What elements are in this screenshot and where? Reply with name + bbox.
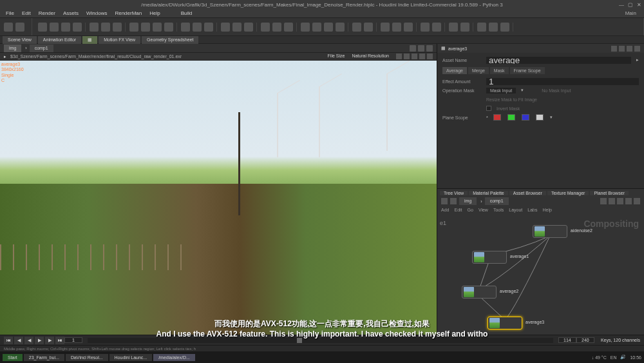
net-tool-icon[interactable] <box>600 198 607 204</box>
net-tool-icon[interactable] <box>609 198 615 204</box>
chevron-down-icon[interactable]: ▾ <box>521 88 524 93</box>
shelf-tool-icon[interactable] <box>284 23 293 32</box>
menu-help[interactable]: Help <box>146 10 163 16</box>
maximize-icon[interactable]: ▢ <box>628 2 633 8</box>
shelf-tool-icon[interactable] <box>404 23 413 32</box>
scope-all[interactable]: * <box>486 115 488 120</box>
menu-build[interactable]: Build <box>178 10 196 16</box>
shelf-tool-icon[interactable] <box>500 23 509 32</box>
menu-renderman[interactable]: RenderMan <box>111 10 145 16</box>
shelf-tool-icon[interactable] <box>421 23 430 32</box>
shelf-tool-icon[interactable] <box>90 23 99 32</box>
vp-tool-icon[interactable] <box>419 54 425 59</box>
asset-name-input[interactable] <box>486 57 631 64</box>
vp-tool-icon[interactable] <box>418 45 424 52</box>
node-average2[interactable]: average2 <box>462 286 497 299</box>
shelf-tool-icon[interactable] <box>193 23 202 32</box>
gear-icon[interactable] <box>611 46 617 52</box>
shelf-tool-icon[interactable] <box>352 23 361 32</box>
net-tab-texture[interactable]: Texture Manager <box>547 191 589 195</box>
param-tab-merge[interactable]: Merge <box>468 67 489 74</box>
node-aidenoise2[interactable]: aidenoise2 <box>533 225 567 238</box>
flag-icon[interactable] <box>627 46 632 52</box>
shelf-tool-icon[interactable] <box>477 23 486 32</box>
shelf-tool-icon[interactable] <box>4 23 13 32</box>
taskbar-app-active[interactable]: /media/alex/D... <box>153 354 195 361</box>
net-tool-icon[interactable] <box>625 198 632 204</box>
shelf-tool-icon[interactable] <box>301 23 310 32</box>
shelf-tool-icon[interactable] <box>38 23 47 32</box>
tab-anim-editor[interactable]: Animation Editor <box>38 36 81 44</box>
tray-icon[interactable]: EN <box>611 355 617 360</box>
shelf-tool-icon[interactable] <box>164 23 173 32</box>
vp-tool-icon[interactable] <box>410 45 416 52</box>
node-average3[interactable]: average3 <box>488 317 522 329</box>
shelf-tool-icon[interactable] <box>232 23 242 32</box>
play-button[interactable]: ▶ <box>35 337 44 344</box>
net-tab-material[interactable]: Material Palette <box>469 191 508 195</box>
net-tab-asset[interactable]: Asset Browser <box>509 191 546 195</box>
vp-tool-icon[interactable] <box>426 45 433 52</box>
help-icon[interactable] <box>634 46 640 52</box>
node-average1[interactable]: average1 <box>472 251 507 264</box>
vp-tool-icon[interactable] <box>412 54 417 59</box>
shelf-tool-icon[interactable] <box>50 23 59 32</box>
net-path-img[interactable]: img <box>459 197 477 205</box>
net-menu-view[interactable]: View <box>478 208 488 212</box>
forward-icon[interactable] <box>450 198 457 204</box>
net-menu-go[interactable]: Go <box>468 208 473 212</box>
shelf-tool-icon[interactable] <box>141 23 150 32</box>
color-swatch-g[interactable] <box>507 114 515 121</box>
net-tab-tree[interactable]: Tree View <box>440 191 468 195</box>
mask-input-dropdown[interactable]: Mask Input <box>486 88 516 93</box>
minimize-icon[interactable]: — <box>619 2 624 8</box>
first-frame-button[interactable]: ⏮ <box>4 337 13 344</box>
invert-mask-checkbox[interactable] <box>486 106 491 111</box>
vp-opt[interactable]: Natural Resolution <box>352 54 389 59</box>
vp-tool-icon[interactable] <box>427 54 433 59</box>
vp-opt[interactable]: File Size <box>328 54 345 59</box>
net-path-comp1[interactable]: comp1 <box>485 197 509 205</box>
net-menu-edit[interactable]: Edit <box>454 208 462 212</box>
shelf-tool-icon[interactable] <box>392 23 401 32</box>
shelf-tool-icon[interactable] <box>101 23 110 32</box>
shelf-tool-icon[interactable] <box>272 23 281 32</box>
close-icon[interactable]: ✕ <box>637 2 641 8</box>
menu-assets[interactable]: Assets <box>60 10 82 16</box>
vp-tool-icon[interactable] <box>404 54 410 59</box>
shelf-tool-icon[interactable] <box>261 23 270 32</box>
tray-icon[interactable]: 🔊 <box>620 355 626 360</box>
effect-amount-input[interactable] <box>486 78 639 85</box>
taskbar-app[interactable]: DaVinci Resol... <box>66 354 108 361</box>
play-reverse-button[interactable]: ◀ <box>24 337 33 344</box>
tab-active[interactable]: ▦ <box>82 36 97 44</box>
shelf-tool-icon[interactable] <box>432 23 441 32</box>
shelf-tool-icon[interactable] <box>73 23 82 32</box>
shelf-tool-icon[interactable] <box>244 23 253 32</box>
shelf-tool-icon[interactable] <box>449 23 458 32</box>
last-frame-button[interactable]: ⏭ <box>55 337 64 344</box>
context-tab-img[interactable]: img <box>4 44 21 52</box>
start-button[interactable]: Start <box>3 354 23 361</box>
param-tab-average[interactable]: Average <box>442 67 467 74</box>
shelf-tool-icon[interactable] <box>324 23 333 32</box>
info-icon[interactable] <box>619 46 625 52</box>
menu-render[interactable]: Render <box>35 10 59 16</box>
menu-edit[interactable]: Edit <box>19 10 34 16</box>
shelf-tool-icon[interactable] <box>181 23 190 32</box>
next-frame-button[interactable]: ▶ <box>45 337 54 344</box>
net-menu-layout[interactable]: Layout <box>509 208 522 212</box>
tab-motion-fx[interactable]: Motion FX View <box>99 36 140 44</box>
color-swatch-r[interactable] <box>493 114 501 121</box>
context-tab-comp1[interactable]: comp1 <box>30 44 53 52</box>
shelf-tool-icon[interactable] <box>312 23 321 32</box>
vp-filepath[interactable]: $3d_Szenen/Farm_scenes/Farm_Maker/render… <box>10 54 182 59</box>
shelf-tool-icon[interactable] <box>221 23 230 32</box>
shelf-tool-icon[interactable] <box>153 23 162 32</box>
net-menu-add[interactable]: Add <box>441 208 449 212</box>
net-menu-help[interactable]: Help <box>542 208 551 212</box>
net-tab-planet[interactable]: Planet Browser <box>590 191 628 195</box>
color-swatch-a[interactable] <box>536 114 544 121</box>
network-canvas[interactable]: Compositing e1 aidenoise2 average1 <box>437 213 644 335</box>
taskbar-app[interactable]: Houdini Launc... <box>109 354 153 361</box>
